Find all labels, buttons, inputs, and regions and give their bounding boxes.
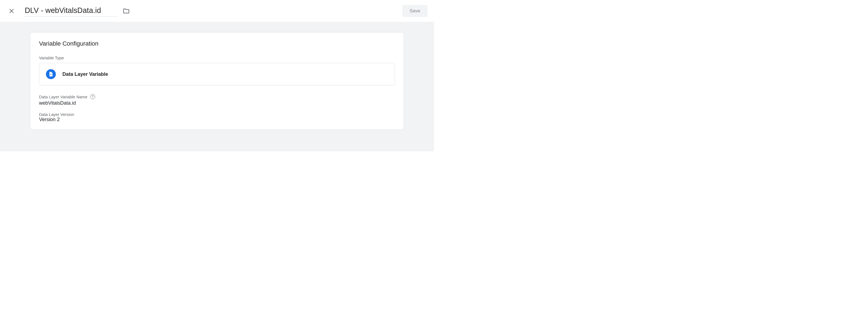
editor-header: Save (0, 0, 434, 22)
variable-type-label: Variable Type (39, 56, 395, 60)
card-title: Variable Configuration (39, 40, 395, 47)
variable-type-name: Data Layer Variable (62, 71, 108, 77)
dlv-version-value: Version 2 (39, 117, 395, 123)
close-icon (8, 8, 14, 14)
dlv-version-field: Data Layer Version Version 2 (39, 112, 395, 123)
editor-body: Variable Configuration Variable Type Dat… (0, 22, 434, 151)
blank-panel (434, 0, 868, 151)
variable-config-card: Variable Configuration Variable Type Dat… (30, 32, 404, 130)
variable-type-selector[interactable]: Data Layer Variable (39, 63, 395, 85)
help-icon[interactable]: ? (90, 94, 95, 99)
variable-type-badge (46, 69, 56, 79)
dlv-name-label: Data Layer Variable Name (39, 95, 88, 99)
folder-button[interactable] (123, 7, 130, 14)
dlv-name-value: webVitalsData.id (39, 100, 395, 106)
document-icon (49, 72, 53, 77)
close-button[interactable] (7, 6, 17, 16)
dlv-version-label: Data Layer Version (39, 112, 395, 117)
save-button[interactable]: Save (402, 5, 427, 17)
folder-icon (123, 7, 130, 14)
dlv-name-field: Data Layer Variable Name ? webVitalsData… (39, 94, 395, 106)
variable-name-input[interactable] (24, 5, 118, 17)
